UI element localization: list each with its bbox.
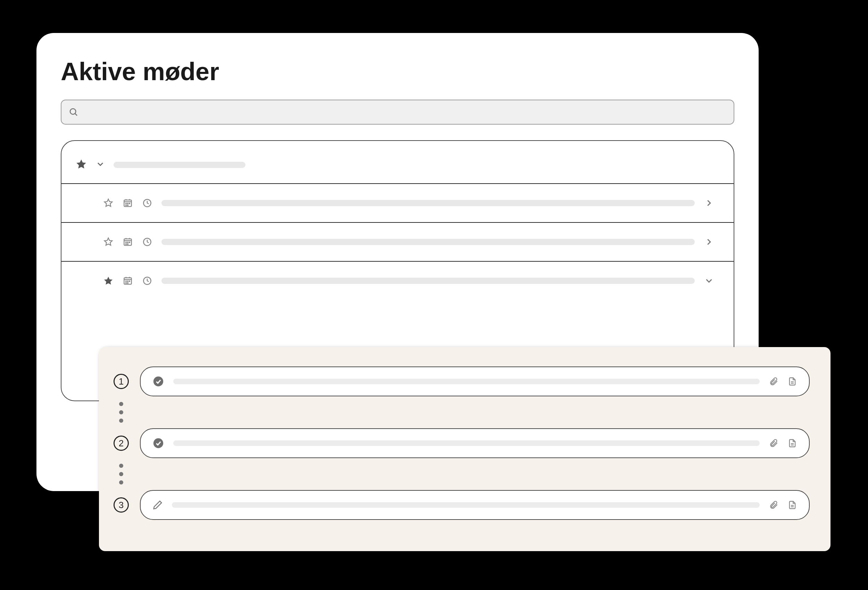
svg-point-28	[129, 281, 130, 282]
svg-point-35	[154, 438, 163, 448]
meeting-row[interactable]	[62, 223, 734, 262]
search-input[interactable]	[79, 106, 727, 118]
connector-dot	[119, 480, 123, 484]
chevron-right-icon[interactable]	[704, 237, 714, 247]
connector-dot	[119, 472, 123, 476]
step-item[interactable]	[140, 366, 810, 396]
calendar-icon	[123, 276, 133, 286]
svg-point-20	[127, 243, 128, 244]
svg-point-29	[126, 283, 126, 283]
calendar-icon	[123, 237, 133, 247]
calendar-icon	[123, 198, 133, 208]
chevron-down-icon[interactable]	[96, 159, 105, 170]
chevron-right-icon[interactable]	[704, 198, 714, 208]
step-row: 1	[114, 366, 810, 396]
svg-point-19	[126, 243, 126, 244]
star-outline-icon[interactable]	[103, 237, 114, 247]
step-title-placeholder	[172, 502, 760, 508]
group-title-placeholder	[114, 162, 245, 168]
check-circle-icon	[152, 376, 164, 387]
search-bar[interactable]	[61, 100, 734, 125]
svg-point-30	[127, 283, 128, 283]
clock-icon	[142, 198, 152, 208]
svg-point-18	[129, 242, 130, 243]
svg-point-0	[70, 109, 76, 114]
edit-icon	[152, 500, 163, 510]
clock-icon	[142, 237, 152, 247]
connector-dot	[119, 419, 123, 423]
paperclip-icon[interactable]	[769, 500, 778, 510]
svg-point-6	[126, 203, 126, 204]
document-icon[interactable]	[787, 376, 797, 386]
svg-line-1	[75, 114, 77, 115]
chevron-down-icon[interactable]	[704, 276, 714, 286]
step-title-placeholder	[173, 440, 760, 446]
paperclip-icon[interactable]	[769, 376, 778, 386]
meeting-title-placeholder	[161, 278, 695, 284]
step-number-badge: 3	[114, 497, 129, 513]
step-row: 2	[114, 428, 810, 458]
clock-icon	[142, 276, 152, 286]
check-circle-icon	[152, 437, 164, 449]
step-row: 3	[114, 490, 810, 520]
step-title-placeholder	[173, 379, 760, 384]
page-title: Aktive møder	[61, 57, 734, 86]
step-connector	[114, 396, 810, 428]
meeting-title-placeholder	[161, 200, 695, 206]
step-number-badge: 2	[114, 435, 129, 451]
connector-dot	[119, 464, 123, 468]
connector-dot	[119, 410, 123, 414]
step-item[interactable]	[140, 490, 810, 520]
group-header[interactable]	[62, 155, 734, 184]
meeting-row[interactable]	[62, 262, 734, 300]
connector-dot	[119, 402, 123, 406]
svg-point-27	[127, 281, 128, 282]
document-icon[interactable]	[787, 500, 797, 510]
paperclip-icon[interactable]	[769, 438, 778, 448]
meeting-title-placeholder	[161, 239, 695, 245]
svg-point-9	[126, 205, 126, 205]
svg-point-26	[126, 281, 126, 282]
document-icon[interactable]	[787, 438, 797, 448]
step-number-badge: 1	[114, 374, 129, 389]
svg-point-7	[127, 203, 128, 204]
search-icon	[68, 107, 79, 117]
star-filled-icon[interactable]	[75, 158, 87, 171]
star-filled-icon[interactable]	[103, 276, 114, 286]
meeting-row[interactable]	[62, 184, 734, 223]
svg-point-17	[127, 242, 128, 243]
svg-point-32	[154, 376, 163, 386]
star-outline-icon[interactable]	[103, 198, 114, 208]
step-connector	[114, 458, 810, 490]
svg-point-8	[129, 203, 130, 204]
step-item[interactable]	[140, 428, 810, 458]
steps-panel: 1 2	[99, 347, 831, 551]
svg-point-16	[126, 242, 126, 243]
svg-point-10	[127, 205, 128, 205]
